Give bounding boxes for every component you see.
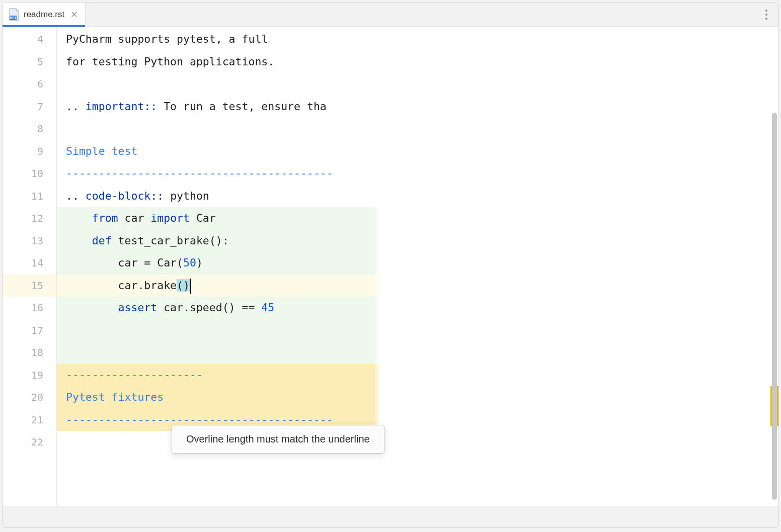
- error-stripe[interactable]: [770, 27, 778, 506]
- line-number: 20: [3, 386, 56, 409]
- tab-bar: RST readme.rst ✕: [3, 3, 778, 27]
- more-actions-icon[interactable]: [759, 8, 773, 22]
- line-number: 18: [3, 341, 56, 364]
- tab-readme-rst[interactable]: RST readme.rst ✕: [3, 3, 86, 27]
- line-number: 14: [3, 252, 56, 275]
- text-caret: [190, 279, 191, 294]
- tooltip-text: Overline length must match the underline: [186, 433, 370, 445]
- inspection-tooltip: Overline length must match the underline: [172, 425, 384, 454]
- line-number: 13: [3, 230, 56, 252]
- line-number-gutter: 45678910111213141516171819202122: [3, 27, 57, 506]
- line-number: 16: [3, 297, 56, 319]
- line-number: 10: [3, 162, 56, 185]
- line-number: 19: [3, 364, 56, 387]
- line-number: 4: [3, 28, 56, 51]
- line-number: 22: [3, 431, 56, 454]
- line-number: 6: [3, 73, 56, 96]
- editor-area: 45678910111213141516171819202122 PyCharm…: [3, 27, 778, 506]
- line-number: 12: [3, 207, 56, 230]
- line-number: 5: [3, 51, 56, 73]
- editor-window: RST readme.rst ✕ 45678910111213141516171…: [2, 2, 779, 528]
- tab-label: readme.rst: [24, 10, 64, 20]
- svg-text:RST: RST: [10, 16, 17, 20]
- line-number: 11: [3, 185, 56, 208]
- line-number: 8: [3, 118, 56, 140]
- code-editor[interactable]: PyCharm supports pytest, a fullfor testi…: [57, 27, 778, 506]
- scrollbar-thumb[interactable]: [772, 113, 777, 500]
- rst-file-icon: RST: [9, 8, 20, 21]
- line-number: 21: [3, 409, 56, 431]
- status-bar: [3, 506, 778, 527]
- line-number: 7: [3, 96, 56, 118]
- line-number: 15: [3, 275, 56, 297]
- line-number: 17: [3, 319, 56, 342]
- close-icon[interactable]: ✕: [70, 9, 78, 20]
- line-number: 9: [3, 140, 56, 163]
